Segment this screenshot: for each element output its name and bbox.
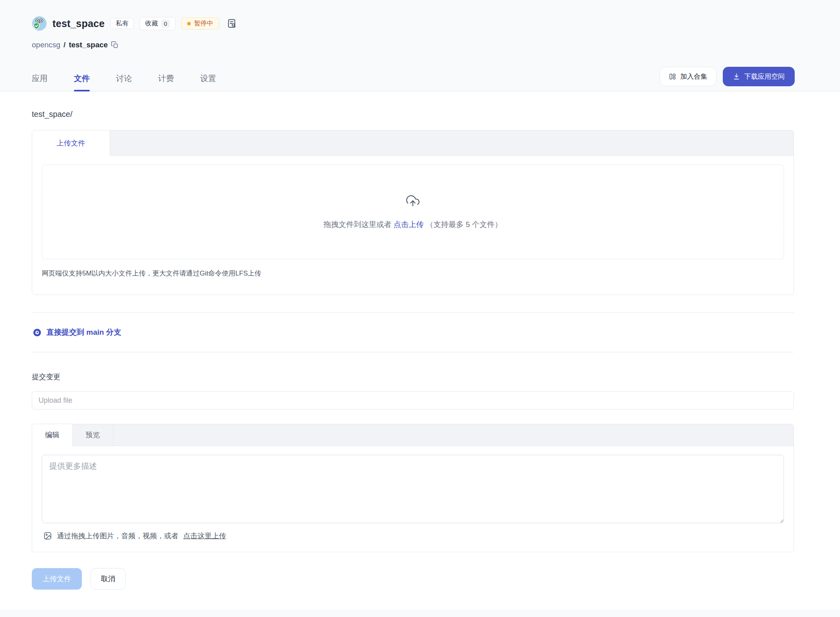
divider: [32, 312, 794, 313]
repo-tabs: 应用 文件 讨论 计费 设置: [32, 73, 216, 91]
commit-changes-label: 提交变更: [32, 372, 794, 382]
status-dot-icon: [187, 22, 191, 25]
dropzone-text: 拖拽文件到这里或者 点击上传 （支持最多 5 个文件）: [323, 219, 502, 230]
logs-inspect-button[interactable]: [226, 18, 237, 29]
image-icon: [43, 532, 52, 540]
favorites-badge-label: 收藏: [145, 20, 158, 27]
form-actions: 上传文件 取消: [32, 568, 794, 590]
dropzone-text-suffix: （支持最多 5 个文件）: [426, 220, 502, 229]
breadcrumb: opencsg / test_space: [0, 31, 840, 49]
commit-message-input[interactable]: [32, 391, 794, 409]
document-search-icon: [226, 18, 237, 29]
divider: [32, 352, 794, 352]
copy-repo-name-button[interactable]: [111, 41, 119, 49]
repo-header-row: test_space 私有 收藏 0 暂停中: [0, 0, 840, 31]
dropzone-text-prefix: 拖拽文件到这里或者: [323, 220, 391, 229]
download-space-label: 下载应用空间: [744, 73, 785, 80]
editor-upload-hint: 通过拖拽上传图片，音频，视频，或者 点击这里上传: [43, 531, 784, 541]
upload-cloud-icon: [406, 194, 420, 209]
click-here-to-upload-link[interactable]: 点击这里上传: [183, 531, 226, 541]
tab-billing[interactable]: 计费: [158, 73, 174, 91]
upload-file-submit-button[interactable]: 上传文件: [32, 568, 82, 590]
nav-row: 应用 文件 讨论 计费 设置 加入合集 下载应用空间: [0, 67, 840, 91]
tab-app[interactable]: 应用: [32, 73, 48, 91]
tab-upload-file[interactable]: 上传文件: [32, 130, 110, 156]
download-icon: [733, 73, 740, 80]
main-content: test_space/ 上传文件 拖拽文件到这里或者 点击上传 （支持最多 5 …: [0, 91, 840, 609]
upload-panel: 上传文件 拖拽文件到这里或者 点击上传 （支持最多 5 个文件） 网页端仅支持5: [32, 130, 794, 295]
breadcrumb-repo-link[interactable]: test_space: [69, 41, 108, 49]
tab-edit[interactable]: 编辑: [32, 424, 73, 446]
add-to-collection-label: 加入合集: [680, 73, 707, 80]
download-space-button[interactable]: 下载应用空间: [723, 67, 795, 86]
header-actions: 加入合集 下载应用空间: [660, 67, 795, 91]
upload-panel-tabbar: 上传文件: [32, 130, 794, 156]
visibility-badge-label: 私有: [116, 20, 128, 27]
collection-icon: [669, 73, 676, 80]
visibility-badge: 私有: [110, 18, 134, 29]
favorites-badge[interactable]: 收藏 0: [139, 17, 175, 30]
tab-settings[interactable]: 设置: [200, 73, 216, 91]
description-editor-panel: 编辑 预览 通过拖拽上传图片，音频，视频，或者 点击这里上传: [32, 424, 794, 552]
editor-hint-text: 通过拖拽上传图片，音频，视频，或者: [57, 531, 178, 541]
commit-to-main-radio-row[interactable]: 直接提交到 main 分支: [33, 327, 794, 338]
owl-avatar-icon: [32, 16, 47, 31]
file-dropzone[interactable]: 拖拽文件到这里或者 点击上传 （支持最多 5 个文件）: [42, 165, 784, 259]
commit-to-main-label: 直接提交到 main 分支: [46, 327, 121, 338]
click-to-upload-link[interactable]: 点击上传: [393, 220, 424, 229]
current-path: test_space/: [32, 110, 794, 119]
add-to-collection-button[interactable]: 加入合集: [660, 67, 716, 86]
editor-body: 通过拖拽上传图片，音频，视频，或者 点击这里上传: [32, 446, 794, 552]
page-header: test_space 私有 收藏 0 暂停中 opencsg / test_sp…: [0, 0, 840, 91]
tab-files[interactable]: 文件: [74, 73, 90, 91]
breadcrumb-separator: /: [64, 41, 66, 49]
repo-title: test_space: [52, 18, 105, 29]
tab-discussions[interactable]: 讨论: [116, 73, 132, 91]
upload-size-note: 网页端仅支持5M以内大小文件上传，更大文件请通过Git命令使用LFS上传: [32, 259, 794, 295]
radio-selected-icon[interactable]: [33, 329, 41, 336]
cancel-button[interactable]: 取消: [91, 568, 126, 590]
repo-avatar: [32, 16, 47, 31]
status-badge: 暂停中: [181, 17, 219, 29]
tab-preview[interactable]: 预览: [73, 424, 113, 446]
status-badge-label: 暂停中: [194, 20, 213, 27]
editor-tabbar: 编辑 预览: [32, 424, 794, 446]
breadcrumb-owner-link[interactable]: opencsg: [32, 41, 60, 49]
favorites-count: 0: [161, 19, 170, 28]
copy-icon: [111, 41, 119, 49]
description-textarea[interactable]: [42, 455, 784, 523]
upload-panel-body: 拖拽文件到这里或者 点击上传 （支持最多 5 个文件）: [32, 156, 794, 259]
